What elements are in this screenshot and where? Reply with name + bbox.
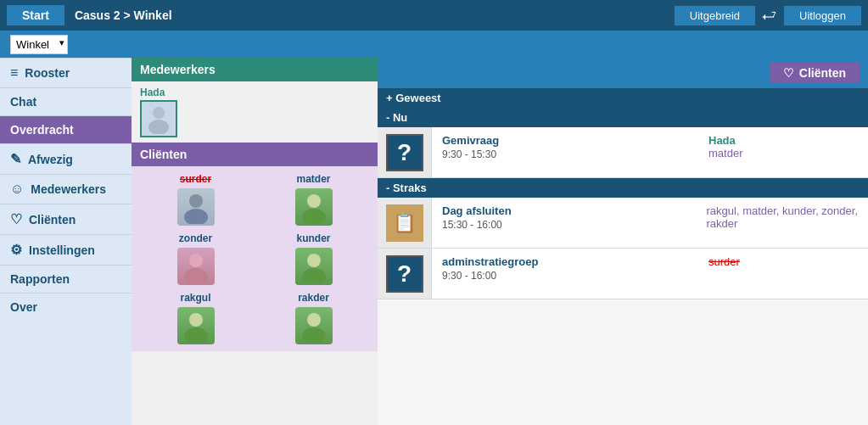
menu-icon: ≡ [10, 65, 18, 81]
client-avatar-rakgul [177, 307, 215, 344]
clienten-grid: surder matder [132, 166, 378, 351]
svg-point-10 [189, 313, 203, 327]
clienten-button[interactable]: ♡ Cliënten [770, 63, 860, 83]
start-button[interactable]: Start [7, 5, 64, 25]
schedule-title: Gemivraag [442, 134, 688, 147]
client-name-matder: matder [296, 173, 330, 185]
list-item[interactable]: zonder [138, 232, 253, 285]
schedule-title: adminstratiegroep [442, 255, 688, 268]
header: Start Casus 2 > Winkel Uitgebreid ⮐ Uitl… [0, 0, 868, 31]
svg-point-9 [302, 268, 326, 283]
table-row[interactable]: ? Gemivraag 9:30 - 15:30 Hada matder [378, 127, 868, 178]
list-item[interactable]: rakder [256, 292, 371, 344]
sidebar-item-chat[interactable]: Chat [0, 88, 132, 116]
svg-point-13 [302, 327, 326, 343]
schedule-title: Dag afsluiten [442, 204, 686, 217]
svg-point-0 [153, 107, 165, 119]
qmark-box: ? [386, 134, 423, 171]
left-panel: Medewerkers Hada Cliënten [132, 58, 378, 425]
schedule-time: 15:30 - 16:00 [442, 219, 686, 231]
svg-point-12 [307, 313, 321, 327]
qmark-box-2: ? [386, 255, 423, 293]
svg-point-7 [184, 268, 208, 283]
clipboard-icon: 📋 [378, 198, 432, 248]
winkel-dropdown[interactable]: Winkel [10, 35, 68, 54]
medewerker-name: Hada [140, 87, 177, 98]
right-panel-header: ♡ Cliënten [378, 58, 868, 88]
svg-point-4 [307, 194, 321, 208]
header-actions: Uitgebreid ⮐ Uitloggen [675, 6, 861, 25]
list-item[interactable]: kunder [256, 232, 371, 285]
sidebar-item-medewerkers[interactable]: ☺ Medewerkers [0, 175, 132, 204]
svg-point-1 [148, 120, 169, 134]
schedule-info-dag: Dag afsluiten 15:30 - 16:00 [432, 198, 697, 248]
heart-icon: ♡ [10, 211, 22, 227]
svg-point-11 [184, 327, 208, 343]
avatar-svg [179, 190, 213, 224]
smiley-icon: ☺ [10, 182, 24, 197]
sidebar-item-rapporten[interactable]: Rapporten [0, 266, 132, 294]
back-icon: ⮐ [759, 6, 781, 25]
medewerker-hada[interactable]: Hada [132, 81, 378, 143]
client-name-rakder: rakder [298, 292, 329, 304]
client-name-kunder: kunder [296, 232, 330, 244]
table-row[interactable]: ? adminstratiegroep 9:30 - 16:00 surder [378, 249, 868, 299]
question-mark-icon-2: ? [378, 249, 432, 299]
question-mark-icon: ? [378, 127, 432, 177]
geweest-header[interactable]: + Geweest [378, 88, 868, 108]
schedule-people-dag: rakgul, matder, kunder, zonder,rakder [697, 198, 869, 248]
svg-point-3 [184, 209, 208, 224]
schedule-info-admin: adminstratiegroep 9:30 - 16:00 [432, 249, 698, 299]
person-hada: Hada [708, 134, 858, 147]
heart-icon: ♡ [783, 66, 794, 80]
client-avatar-surder [177, 188, 215, 226]
schedule-people-admin: surder [698, 249, 868, 299]
schedule-info-gemivraag: Gemivraag 9:30 - 15:30 [432, 127, 698, 177]
svg-point-8 [307, 254, 321, 267]
breadcrumb: Casus 2 > Winkel [75, 8, 675, 22]
schedule-people-gemivraag: Hada matder [698, 127, 868, 177]
schedule-time: 9:30 - 15:30 [442, 148, 688, 160]
list-item[interactable]: matder [256, 173, 371, 226]
people-list: rakgul, matder, kunder, zonder,rakder [707, 204, 859, 230]
avatar-svg [179, 309, 213, 343]
pencil-icon: ✎ [10, 151, 21, 167]
clienten-header: Cliënten [132, 143, 378, 166]
content-area: Medewerkers Hada Cliënten [132, 58, 868, 425]
main-layout: ≡ Rooster Chat Overdracht ✎ Afwezig ☺ Me… [0, 58, 868, 425]
client-avatar-kunder [295, 248, 333, 285]
medewerker-avatar [140, 100, 177, 137]
medewerkers-header: Medewerkers [132, 58, 378, 81]
client-name-zonder: zonder [179, 232, 212, 244]
avatar-svg [297, 190, 331, 224]
clipboard-box: 📋 [386, 204, 423, 242]
uitloggen-button[interactable]: Uitloggen [784, 6, 861, 25]
medewerkers-section: Medewerkers Hada [132, 58, 378, 143]
avatar-svg [297, 309, 331, 343]
right-panel: ♡ Cliënten + Geweest - Nu ? Gemivraag 9:… [378, 58, 868, 425]
client-name-surder: surder [180, 173, 211, 185]
client-avatar-matder [295, 188, 333, 226]
svg-point-2 [189, 194, 203, 208]
list-item[interactable]: rakgul [138, 292, 253, 344]
person-surder: surder [708, 255, 740, 268]
subheader: Winkel [0, 31, 868, 58]
svg-point-5 [302, 209, 326, 224]
client-name-rakgul: rakgul [180, 292, 210, 304]
sidebar-item-afwezig[interactable]: ✎ Afwezig [0, 144, 132, 175]
avatar-svg [143, 103, 174, 134]
uitgebreid-button[interactable]: Uitgebreid [675, 6, 755, 25]
sidebar-item-rooster[interactable]: ≡ Rooster [0, 58, 132, 88]
svg-point-6 [189, 254, 203, 267]
sidebar-item-over[interactable]: Over [0, 294, 132, 321]
nu-header[interactable]: - Nu [378, 108, 868, 127]
straks-header[interactable]: - Straks [378, 178, 868, 198]
sidebar: ≡ Rooster Chat Overdracht ✎ Afwezig ☺ Me… [0, 58, 132, 425]
avatar-svg [179, 249, 213, 283]
sidebar-item-overdracht[interactable]: Overdracht [0, 116, 132, 144]
client-avatar-rakder [295, 307, 333, 344]
sidebar-item-clienten[interactable]: ♡ Cliënten [0, 204, 132, 235]
sidebar-item-instellingen[interactable]: ⚙ Instellingen [0, 235, 132, 266]
table-row[interactable]: 📋 Dag afsluiten 15:30 - 16:00 rakgul, ma… [378, 198, 868, 249]
list-item[interactable]: surder [138, 173, 253, 226]
